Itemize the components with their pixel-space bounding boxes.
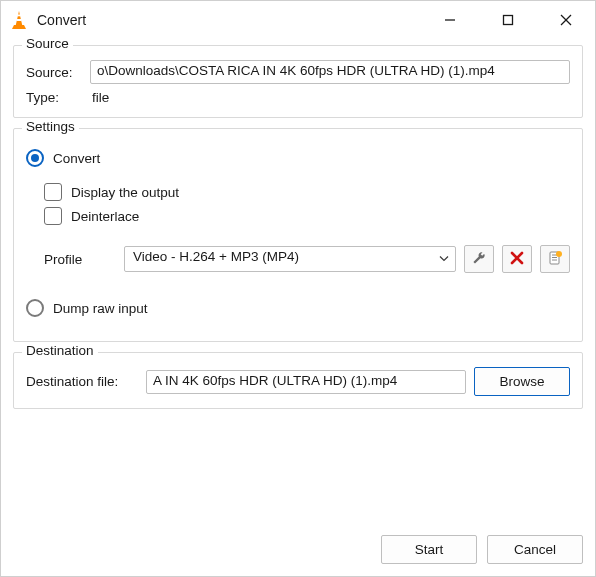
settings-group: Settings Convert Display the output Dein…: [13, 128, 583, 342]
destination-file-input[interactable]: A IN 4K 60fps HDR (ULTRA HD) (1).mp4: [146, 370, 466, 394]
vlc-cone-icon: [9, 10, 29, 30]
display-output-checkbox[interactable]: Display the output: [44, 183, 570, 201]
convert-radio[interactable]: Convert: [26, 149, 570, 167]
source-path-input[interactable]: o\Downloads\COSTA RICA IN 4K 60fps HDR (…: [90, 60, 570, 84]
new-profile-button[interactable]: [540, 245, 570, 273]
source-label: Source:: [26, 65, 82, 80]
start-button[interactable]: Start: [381, 535, 477, 564]
x-icon: [510, 251, 524, 268]
svg-rect-5: [504, 16, 513, 25]
checkbox-icon: [44, 183, 62, 201]
profile-label: Profile: [44, 252, 116, 267]
maximize-button[interactable]: [479, 1, 537, 39]
svg-marker-3: [12, 25, 26, 29]
profile-combo[interactable]: Video - H.264 + MP3 (MP4): [124, 246, 456, 272]
cancel-button[interactable]: Cancel: [487, 535, 583, 564]
deinterlace-checkbox[interactable]: Deinterlace: [44, 207, 570, 225]
source-legend: Source: [22, 36, 73, 51]
svg-rect-2: [16, 19, 21, 21]
destination-file-label: Destination file:: [26, 374, 138, 389]
settings-legend: Settings: [22, 119, 79, 134]
source-group: Source Source: o\Downloads\COSTA RICA IN…: [13, 45, 583, 118]
svg-rect-1: [17, 15, 20, 17]
profile-value: Video - H.264 + MP3 (MP4): [133, 249, 299, 264]
deinterlace-label: Deinterlace: [71, 209, 139, 224]
dump-raw-label: Dump raw input: [53, 301, 148, 316]
chevron-down-icon: [439, 252, 449, 267]
svg-point-14: [556, 251, 562, 257]
minimize-button[interactable]: [421, 1, 479, 39]
type-label: Type:: [26, 90, 82, 105]
display-output-label: Display the output: [71, 185, 179, 200]
destination-legend: Destination: [22, 343, 98, 358]
dump-raw-radio[interactable]: Dump raw input: [26, 299, 570, 317]
close-button[interactable]: [537, 1, 595, 39]
destination-group: Destination Destination file: A IN 4K 60…: [13, 352, 583, 409]
radio-icon: [26, 149, 44, 167]
edit-profile-button[interactable]: [464, 245, 494, 273]
convert-radio-label: Convert: [53, 151, 100, 166]
svg-marker-0: [16, 11, 22, 25]
wrench-icon: [471, 250, 487, 269]
window-title: Convert: [37, 12, 86, 28]
new-doc-icon: [547, 250, 563, 269]
browse-button[interactable]: Browse: [474, 367, 570, 396]
titlebar: Convert: [1, 1, 595, 39]
type-value: file: [90, 90, 109, 105]
radio-icon: [26, 299, 44, 317]
checkbox-icon: [44, 207, 62, 225]
dialog-footer: Start Cancel: [1, 527, 595, 576]
convert-dialog: Convert Source Source: o\Downloads\COSTA…: [0, 0, 596, 577]
delete-profile-button[interactable]: [502, 245, 532, 273]
